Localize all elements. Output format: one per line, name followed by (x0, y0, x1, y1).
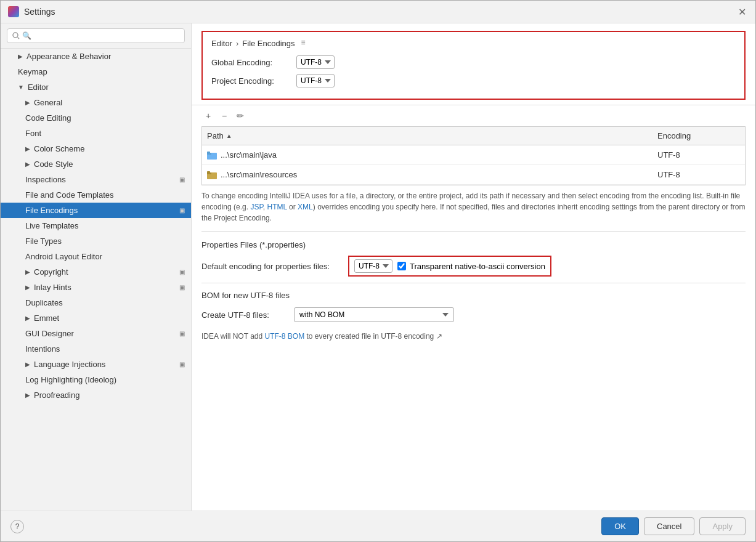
table-row[interactable]: ...\src\main\resources UTF-8 (202, 165, 745, 185)
arrow-right-icon: ▶ (18, 53, 23, 60)
bom-section-label: BOM for new UTF-8 files (201, 291, 746, 300)
search-input[interactable] (7, 28, 185, 43)
sidebar-item-label: Code Editing (25, 113, 71, 123)
sidebar-item-keymap[interactable]: Keymap (1, 64, 191, 79)
project-encoding-select[interactable]: UTF-8 (296, 74, 335, 87)
breadcrumb-separator: › (236, 39, 238, 48)
sidebar-item-file-code-templates[interactable]: File and Code Templates (1, 187, 191, 203)
col-path-header: Path ▲ (202, 129, 652, 142)
sidebar-item-copyright[interactable]: ▶ Copyright ▣ (1, 264, 191, 280)
file-encoding-value: UTF-8 (657, 150, 680, 160)
cancel-button[interactable]: Cancel (644, 517, 694, 535)
sidebar-item-file-encodings[interactable]: File Encodings ▣ (1, 203, 191, 218)
table-toolbar: + − ✏ (192, 105, 755, 126)
arrow-right-icon: ▶ (25, 161, 30, 168)
settings-dialog: Settings ✕ ▶ Appearance & Behavior Keyma… (0, 0, 756, 542)
breadcrumb-menu-icon[interactable]: ≡ (301, 38, 311, 48)
title-bar-left: Settings (8, 6, 55, 17)
utf8-bom-link[interactable]: UTF-8 BOM (264, 332, 304, 341)
sidebar-item-editor[interactable]: ▼ Editor (1, 79, 191, 95)
sidebar-item-color-scheme[interactable]: ▶ Color Scheme (1, 141, 191, 156)
sidebar-item-appearance[interactable]: ▶ Appearance & Behavior (1, 49, 191, 64)
sidebar-item-label: File Types (25, 237, 62, 246)
sidebar-item-label: File and Code Templates (25, 190, 114, 200)
folder-java-icon (207, 151, 217, 160)
sidebar-item-label: Font (25, 129, 41, 138)
sidebar-item-proofreading[interactable]: ▶ Proofreading (1, 387, 191, 403)
inspections-badge: ▣ (179, 176, 185, 183)
breadcrumb-section: Editor › File Encodings ≡ Global Encodin… (201, 31, 746, 100)
sidebar-item-label: Keymap (18, 67, 47, 76)
main-panel: Editor › File Encodings ≡ Global Encodin… (192, 23, 755, 511)
sidebar-item-intentions[interactable]: Intentions (1, 341, 191, 357)
project-encoding-row: Project Encoding: UTF-8 (211, 74, 736, 87)
sidebar-item-emmet[interactable]: ▶ Emmet (1, 310, 191, 326)
sidebar-item-label: Language Injections (34, 360, 105, 369)
svg-rect-5 (207, 172, 211, 174)
apply-button[interactable]: Apply (699, 517, 746, 535)
sidebar-item-file-types[interactable]: File Types (1, 233, 191, 249)
sidebar-item-inlay-hints[interactable]: ▶ Inlay Hints ▣ (1, 280, 191, 295)
sidebar-item-gui-designer[interactable]: GUI Designer ▣ (1, 326, 191, 341)
sidebar-item-code-style[interactable]: ▶ Code Style (1, 156, 191, 172)
sidebar-item-label: Log Highlighting (Ideolog) (25, 375, 116, 384)
encoding-note: To change encoding IntelliJ IDEA uses fo… (201, 190, 746, 224)
table-row[interactable]: ...\src\main\java UTF-8 (202, 145, 745, 165)
dialog-title: Settings (24, 7, 55, 17)
sort-asc-icon[interactable]: ▲ (226, 132, 232, 139)
sidebar-item-label: Inspections (25, 175, 66, 184)
html-link[interactable]: HTML (267, 203, 287, 211)
sidebar-item-label: Copyright (34, 267, 68, 277)
arrow-down-icon: ▼ (18, 84, 24, 91)
path-header-label: Path (207, 131, 224, 140)
global-encoding-select[interactable]: UTF-8 (296, 55, 335, 69)
breadcrumb: Editor › File Encodings ≡ (211, 38, 736, 48)
arrow-right-icon: ▶ (25, 284, 30, 291)
add-button[interactable]: + (201, 109, 215, 123)
svg-rect-2 (207, 152, 210, 153)
sidebar-item-general[interactable]: ▶ General (1, 95, 191, 110)
properties-row: Default encoding for properties files: U… (192, 252, 755, 280)
xml-link[interactable]: XML (298, 203, 313, 211)
file-encoding-cell: UTF-8 (652, 148, 745, 162)
arrow-right-icon: ▶ (25, 361, 30, 368)
sidebar-item-live-templates[interactable]: Live Templates (1, 218, 191, 233)
sidebar-item-language-injections[interactable]: ▶ Language Injections ▣ (1, 357, 191, 372)
sidebar: ▶ Appearance & Behavior Keymap ▼ Editor … (1, 23, 192, 511)
ok-button[interactable]: OK (601, 517, 639, 535)
sidebar-item-font[interactable]: Font (1, 126, 191, 141)
inlay-hints-badge: ▣ (179, 284, 185, 291)
content-area: ▶ Appearance & Behavior Keymap ▼ Editor … (1, 23, 755, 511)
sidebar-item-inspections[interactable]: Inspections ▣ (1, 172, 191, 187)
close-button[interactable]: ✕ (736, 6, 748, 18)
edit-button[interactable]: ✏ (234, 109, 247, 123)
sidebar-item-label: Live Templates (25, 221, 78, 230)
sidebar-item-log-highlighting[interactable]: Log Highlighting (Ideolog) (1, 372, 191, 387)
properties-encoding-select[interactable]: UTF-8 (354, 259, 392, 273)
bom-select[interactable]: with NO BOM with BOM (294, 307, 454, 322)
transparent-checkbox-label[interactable]: Transparent native-to-ascii conversion (397, 262, 545, 271)
app-icon (8, 6, 19, 17)
bom-row: Create UTF-8 files: with NO BOM with BOM (201, 305, 746, 325)
sidebar-item-label: Emmet (34, 313, 59, 323)
transparent-checkbox-text: Transparent native-to-ascii conversion (410, 262, 545, 271)
table-header: Path ▲ Encoding (202, 127, 745, 145)
bom-section: BOM for new UTF-8 files Create UTF-8 fil… (192, 286, 755, 330)
transparent-checkbox[interactable] (397, 262, 406, 270)
sidebar-item-duplicates[interactable]: Duplicates (1, 295, 191, 310)
remove-button[interactable]: − (217, 109, 231, 123)
sidebar-item-label: General (34, 98, 62, 107)
arrow-right-icon: ▶ (25, 145, 30, 152)
gui-designer-badge: ▣ (179, 330, 185, 337)
arrow-right-icon: ▶ (25, 315, 30, 322)
arrow-right-icon: ▶ (25, 392, 30, 398)
jsp-link[interactable]: JSP (250, 203, 262, 211)
sidebar-item-label: Inlay Hints (34, 283, 71, 292)
sidebar-item-code-editing[interactable]: Code Editing (1, 110, 191, 126)
copyright-badge: ▣ (179, 269, 185, 275)
help-button[interactable]: ? (10, 520, 24, 533)
sidebar-item-android-layout-editor[interactable]: Android Layout Editor (1, 249, 191, 264)
bom-note: IDEA will NOT add UTF-8 BOM to every cre… (192, 330, 755, 343)
bom-create-label: Create UTF-8 files: (201, 310, 288, 320)
sidebar-item-label: Duplicates (25, 298, 63, 307)
